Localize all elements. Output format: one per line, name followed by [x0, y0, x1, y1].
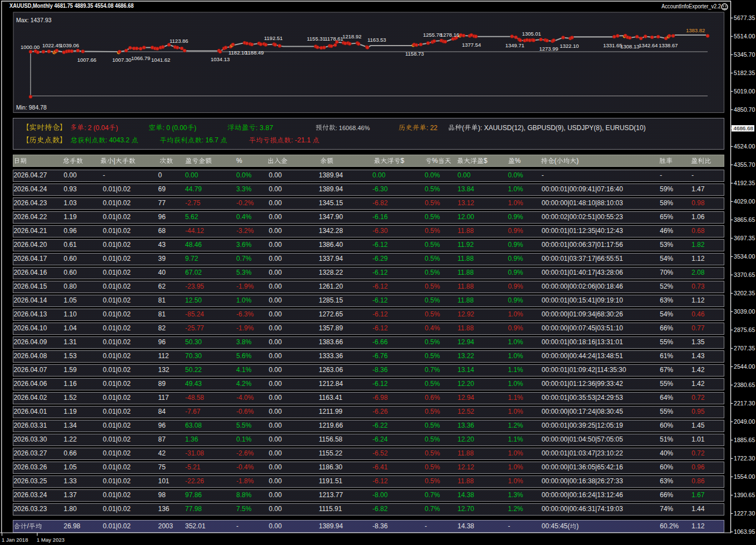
- svg-text:0.5%: 0.5%: [425, 269, 440, 276]
- svg-text:51%: 51%: [660, 435, 673, 443]
- svg-text:0.7%: 0.7%: [425, 505, 440, 513]
- svg-text:66%: 66%: [660, 324, 673, 332]
- svg-text:0.96: 0.96: [692, 463, 705, 471]
- svg-text:-0.2%: -0.2%: [236, 199, 254, 207]
- svg-text:13.12: 13.12: [457, 199, 474, 207]
- svg-text:-6.12: -6.12: [372, 296, 388, 304]
- svg-text:5019.00: 5019.00: [734, 88, 755, 95]
- svg-text:-6.22: -6.22: [372, 422, 388, 429]
- svg-text:0.00: 0.00: [269, 185, 282, 193]
- svg-text:12.12: 12.12: [457, 463, 474, 471]
- svg-text:0.77: 0.77: [692, 324, 705, 332]
- svg-text:0.5%: 0.5%: [425, 422, 440, 429]
- svg-text:%: %: [432, 157, 438, 165]
- svg-text:0.5%: 0.5%: [425, 241, 440, 249]
- svg-text:00:00:00|00:16:38|26:27:33: 00:00:00|00:16:38|26:27:33: [541, 477, 623, 485]
- svg-text:0.01|0.02: 0.01|0.02: [103, 324, 131, 332]
- svg-text:-6.76: -6.76: [372, 352, 388, 360]
- svg-text:: -21.1: : -21.1: [291, 136, 310, 144]
- svg-text:11.88: 11.88: [457, 477, 474, 485]
- svg-text:1389.94: 1389.94: [319, 522, 344, 530]
- svg-text:2026.04.22: 2026.04.22: [13, 213, 47, 221]
- svg-text:1.0%: 1.0%: [508, 449, 524, 457]
- svg-text:1.06: 1.06: [692, 213, 705, 221]
- svg-text:1.12: 1.12: [692, 296, 705, 304]
- svg-text:96: 96: [158, 422, 166, 429]
- svg-text:0.4%: 0.4%: [236, 213, 252, 221]
- svg-text:62: 62: [158, 283, 166, 290]
- svg-text:0.01|0.02: 0.01|0.02: [103, 394, 131, 402]
- svg-text:00:00:01|00:39:25|12:05:19: 00:00:01|00:39:25|12:05:19: [541, 422, 623, 429]
- svg-text:-6.30: -6.30: [372, 227, 388, 235]
- svg-text:0.6%: 0.6%: [425, 394, 440, 402]
- svg-text:0.00: 0.00: [269, 477, 282, 485]
- svg-text:0.7%: 0.7%: [425, 366, 440, 374]
- svg-text:67%: 67%: [660, 366, 673, 374]
- svg-text:0.00: 0.00: [269, 338, 282, 346]
- svg-text:1.05: 1.05: [64, 296, 77, 304]
- svg-text:%: %: [515, 157, 521, 165]
- svg-text:46%: 46%: [660, 227, 673, 235]
- svg-text:00:00:01|00:09:41|07:16:40: 00:00:01|00:09:41|07:16:40: [541, 185, 623, 193]
- svg-text:1.36: 1.36: [185, 435, 198, 443]
- svg-text:0.73: 0.73: [692, 283, 705, 290]
- svg-text:1.34: 1.34: [64, 422, 77, 429]
- svg-text:0.01|0.02: 0.01|0.02: [103, 310, 131, 318]
- svg-text:00:00:01|01:12:36|99:33:42: 00:00:01|01:12:36|99:33:42: [541, 380, 623, 388]
- svg-text:$: $: [400, 157, 404, 165]
- svg-text:81: 81: [158, 310, 166, 318]
- svg-text:-6.12: -6.12: [372, 477, 388, 485]
- svg-text:0.01|0.02: 0.01|0.02: [103, 522, 131, 530]
- svg-text:-1.9%: -1.9%: [236, 283, 254, 290]
- svg-text:0.5%: 0.5%: [425, 199, 440, 207]
- svg-text:0.00: 0.00: [269, 449, 282, 457]
- svg-text:0.5%: 0.5%: [425, 255, 440, 262]
- svg-text:0.00: 0.00: [269, 283, 282, 290]
- svg-text:0.00: 0.00: [269, 310, 282, 318]
- svg-text:-2.6%: -2.6%: [236, 449, 254, 457]
- svg-text:0.01|0.02: 0.01|0.02: [103, 505, 131, 513]
- svg-text:58%: 58%: [660, 199, 673, 207]
- svg-text:0.01|0.02: 0.01|0.02: [103, 435, 131, 443]
- svg-text:1007.66: 1007.66: [77, 57, 96, 63]
- svg-text:0.00: 0.00: [269, 255, 282, 262]
- svg-text:1219.66: 1219.66: [319, 422, 344, 429]
- svg-text:-6.98: -6.98: [372, 394, 388, 402]
- svg-text:11.88: 11.88: [457, 269, 474, 276]
- svg-text:1342.64: 1342.64: [639, 42, 658, 48]
- svg-text:1.3%: 1.3%: [508, 491, 524, 499]
- svg-text:0.95: 0.95: [692, 408, 705, 415]
- svg-text:): ): [194, 124, 196, 132]
- svg-text:XAUUSD,Monthly 4681.75 4889.3: XAUUSD,Monthly 4681.75 4889.35 4554.08 4…: [9, 3, 134, 9]
- svg-text:0.5%: 0.5%: [425, 380, 440, 388]
- svg-text:12.92: 12.92: [457, 310, 474, 318]
- svg-text:1349.71: 1349.71: [505, 42, 524, 48]
- svg-text:3.3%: 3.3%: [236, 185, 252, 193]
- svg-text:0.5%: 0.5%: [425, 435, 440, 443]
- svg-text:-6.3%: -6.3%: [236, 310, 254, 318]
- svg-text:2544.00: 2544.00: [734, 363, 755, 370]
- svg-text:-48.58: -48.58: [185, 394, 204, 402]
- svg-text:1.35: 1.35: [692, 338, 705, 346]
- svg-text:1285.15: 1285.15: [319, 296, 344, 304]
- svg-text:00:45:45(: 00:45:45(: [541, 522, 570, 530]
- svg-text:3.8%: 3.8%: [236, 338, 252, 346]
- svg-text:2217.30: 2217.30: [734, 400, 755, 407]
- svg-text:0.5%: 0.5%: [425, 352, 440, 360]
- svg-text:1213.77: 1213.77: [319, 491, 344, 499]
- svg-text:1331.65: 1331.65: [603, 42, 622, 48]
- svg-text:1342.28: 1342.28: [319, 227, 344, 235]
- svg-text:1155.22: 1155.22: [319, 449, 343, 457]
- svg-text:65%: 65%: [660, 213, 673, 221]
- svg-text:1066.79: 1066.79: [131, 55, 150, 61]
- svg-text:1.45: 1.45: [692, 422, 705, 429]
- svg-text:0.00: 0.00: [269, 171, 282, 179]
- svg-text:1.22: 1.22: [64, 435, 77, 443]
- svg-text:0.72: 0.72: [692, 449, 705, 457]
- svg-text:1063.95: 1063.95: [734, 528, 755, 535]
- svg-text:: 3.87: : 3.87: [256, 124, 273, 132]
- svg-text:136: 136: [158, 505, 170, 513]
- svg-text:1000.00: 1000.00: [21, 44, 39, 50]
- svg-text:1218.92: 1218.92: [342, 33, 361, 39]
- svg-text:AccountInfoExporter_v2.2: AccountInfoExporter_v2.2: [662, 3, 721, 9]
